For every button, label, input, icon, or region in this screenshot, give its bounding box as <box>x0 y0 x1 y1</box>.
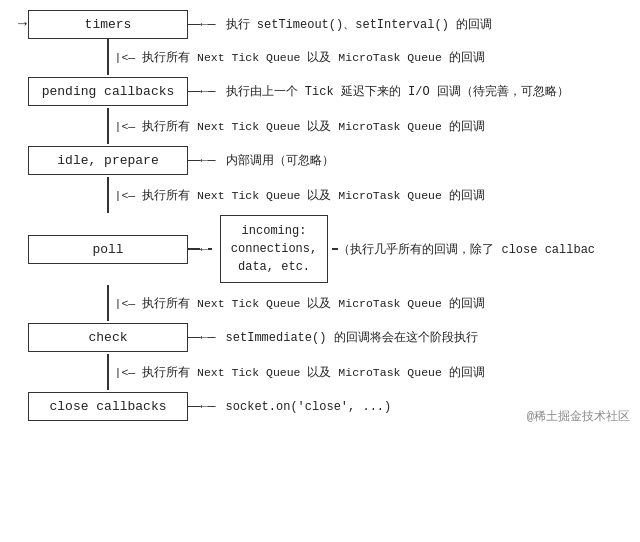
tick-queue-5: |<— 执行所有 Next Tick Queue 以及 MicroTask Qu… <box>28 354 630 390</box>
poll-label: poll <box>92 242 123 257</box>
timers-arrow: ←— <box>188 17 216 32</box>
idle-prepare-arrow: ←— <box>188 153 216 168</box>
pending-callbacks-arrow: ←— <box>188 84 216 99</box>
incoming-box: incoming:connections,data, etc. <box>220 215 328 283</box>
close-callbacks-annotation: socket.on('close', ...) <box>226 400 392 414</box>
poll-area: poll ← incoming:connections,data, etc. （… <box>28 215 630 283</box>
close-callbacks-arrow: ←— <box>188 399 216 414</box>
arrow-head-icon-2: ←— <box>200 84 216 99</box>
tick-queue-2: |<— 执行所有 Next Tick Queue 以及 MicroTask Qu… <box>28 108 630 144</box>
loop-arrow-wrap: → <box>10 16 28 33</box>
poll-box: poll <box>28 235 188 264</box>
timers-label: timers <box>85 17 132 32</box>
timers-group: → timers ←— 执行 setTimeout()、setInterval(… <box>10 10 630 39</box>
arrow-head-icon-4: ←— <box>200 330 216 345</box>
tick-label-5: |<— 执行所有 Next Tick Queue 以及 MicroTask Qu… <box>115 365 485 380</box>
watermark-text: @稀土掘金技术社区 <box>527 410 630 424</box>
pending-callbacks-annotation: 执行由上一个 Tick 延迟下来的 I/O 回调（待完善，可忽略） <box>226 83 569 100</box>
idle-prepare-label: idle, prepare <box>57 153 158 168</box>
pending-callbacks-group: pending callbacks ←— 执行由上一个 Tick 延迟下来的 I… <box>10 75 630 108</box>
timers-annotation: 执行 setTimeout()、setInterval() 的回调 <box>226 16 492 33</box>
poll-annotation-connector: （执行几乎所有的回调，除了 close callbac <box>332 241 595 258</box>
tick-queue-1: |<— 执行所有 Next Tick Queue 以及 MicroTask Qu… <box>28 39 630 75</box>
incoming-label: incoming:connections,data, etc. <box>231 224 317 274</box>
tick-label-3: |<— 执行所有 Next Tick Queue 以及 MicroTask Qu… <box>115 188 485 203</box>
pending-callbacks-box: pending callbacks <box>28 77 188 106</box>
tick-label-1: |<— 执行所有 Next Tick Queue 以及 MicroTask Qu… <box>115 50 485 65</box>
tick-queue-3: |<— 执行所有 Next Tick Queue 以及 MicroTask Qu… <box>28 177 630 213</box>
close-callbacks-box: close callbacks <box>28 392 188 421</box>
loop-arrow-icon: → <box>18 16 27 33</box>
tick-label-2: |<— 执行所有 Next Tick Queue 以及 MicroTask Qu… <box>115 119 485 134</box>
poll-arrow-icon: ← <box>200 242 208 257</box>
idle-prepare-group: idle, prepare ←— 内部调用（可忽略） <box>10 144 630 177</box>
close-callbacks-label: close callbacks <box>49 399 166 414</box>
tick-queue-4: |<— 执行所有 Next Tick Queue 以及 MicroTask Qu… <box>28 285 630 321</box>
arrow-head-icon: ←— <box>200 17 216 32</box>
timers-row: → timers ←— 执行 setTimeout()、setInterval(… <box>10 10 630 39</box>
tick-label-4: |<— 执行所有 Next Tick Queue 以及 MicroTask Qu… <box>115 296 485 311</box>
arrow-head-icon-3: ←— <box>200 153 216 168</box>
check-box: check <box>28 323 188 352</box>
check-annotation: setImmediate() 的回调将会在这个阶段执行 <box>226 329 478 346</box>
watermark: @稀土掘金技术社区 <box>527 408 630 425</box>
idle-prepare-row: idle, prepare ←— 内部调用（可忽略） <box>10 146 630 175</box>
check-label: check <box>88 330 127 345</box>
pending-callbacks-label: pending callbacks <box>42 84 175 99</box>
poll-group: poll ← incoming:connections,data, etc. （… <box>10 213 630 285</box>
idle-prepare-box: idle, prepare <box>28 146 188 175</box>
diagram: → timers ←— 执行 setTimeout()、setInterval(… <box>0 0 640 433</box>
check-row: check ←— setImmediate() 的回调将会在这个阶段执行 <box>10 323 630 352</box>
timers-box: timers <box>28 10 188 39</box>
poll-incoming-connector: ← <box>188 242 212 257</box>
arrow-head-icon-5: ←— <box>200 399 216 414</box>
poll-annotation: （执行几乎所有的回调，除了 close callbac <box>338 241 595 258</box>
check-group: check ←— setImmediate() 的回调将会在这个阶段执行 <box>10 321 630 354</box>
pending-callbacks-row: pending callbacks ←— 执行由上一个 Tick 延迟下来的 I… <box>10 77 630 106</box>
idle-prepare-annotation: 内部调用（可忽略） <box>226 152 334 169</box>
check-arrow: ←— <box>188 330 216 345</box>
